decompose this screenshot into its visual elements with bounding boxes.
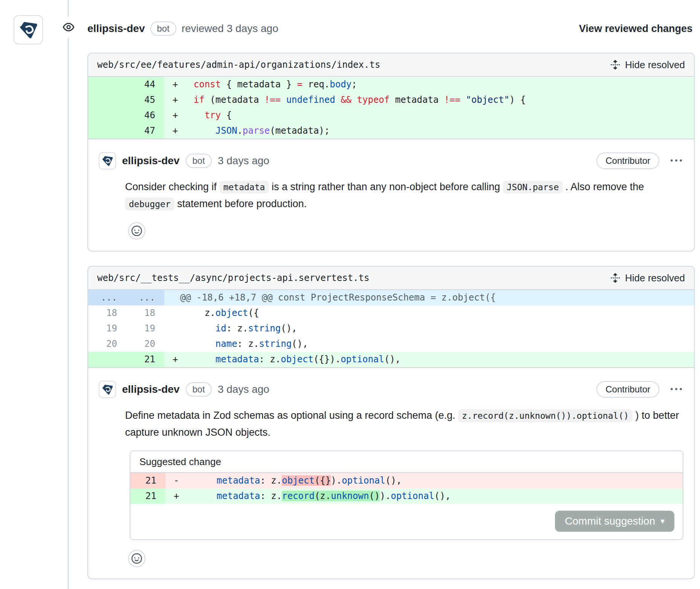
smiley-icon — [131, 553, 142, 564]
add-reaction-button[interactable] — [128, 550, 145, 567]
line-number[interactable] — [88, 123, 126, 139]
review-threads: web/src/ee/features/admin-api/organizati… — [87, 53, 695, 579]
line-number[interactable]: 21 — [126, 352, 164, 367]
ellipsis-logo-icon — [101, 383, 114, 396]
ellipsis-logo-icon — [18, 19, 39, 40]
review-action-text: reviewed 3 days ago — [182, 23, 278, 35]
inline-code: z.record(z.unknown()).optional() — [458, 409, 633, 422]
commit-suggestion-label: Commit suggestion — [565, 515, 655, 527]
diff-row-add: 45+if (metadata !== undefined && typeof … — [88, 92, 694, 108]
line-number[interactable]: ... — [126, 290, 164, 305]
code-line: @@ -18,6 +18,7 @@ const ProjectResponseS… — [164, 290, 694, 305]
code-line: +if (metadata !== undefined && typeof me… — [164, 92, 694, 108]
suggestion-diff: 21- metadata: z.object({}).optional(),21… — [130, 473, 683, 504]
code-line: id: z.string(), — [164, 321, 694, 336]
line-number[interactable]: 21 — [130, 488, 165, 504]
hide-resolved-label: Hide resolved — [625, 272, 685, 284]
diff-row-del: 21- metadata: z.object({}).optional(), — [130, 473, 683, 488]
diff-row-ctx: 1818 z.object({ — [88, 305, 694, 321]
comment-options-button[interactable] — [669, 384, 683, 395]
line-number[interactable]: 18 — [126, 305, 164, 321]
code-line: + JSON.parse(metadata); — [164, 123, 694, 139]
line-number[interactable] — [88, 352, 126, 367]
line-number[interactable]: 21 — [130, 473, 165, 488]
hide-resolved-button[interactable]: Hide resolved — [610, 59, 685, 71]
diff-row-ctx: 2020 name: z.string(), — [88, 336, 694, 352]
ellipsis-logo-icon — [101, 154, 114, 167]
unfold-icon — [610, 273, 621, 283]
diff-row-add: 44+const { metadata } = req.body; — [88, 77, 694, 92]
line-number[interactable]: ... — [88, 290, 126, 305]
comment-author-link[interactable]: ellipsis-dev — [122, 383, 180, 395]
file-header: web/src/ee/features/admin-api/organizati… — [88, 53, 694, 77]
comment-timestamp-link[interactable]: 3 days ago — [218, 383, 269, 395]
text-run: Consider checking if — [125, 181, 220, 192]
unfold-icon — [610, 60, 621, 70]
line-number[interactable] — [88, 108, 126, 123]
line-number[interactable]: 20 — [126, 336, 164, 352]
line-number[interactable]: 46 — [126, 108, 164, 123]
diff-table: 44+const { metadata } = req.body;45+if (… — [88, 77, 694, 139]
reviewer-name-link[interactable]: ellipsis-dev — [87, 23, 145, 35]
comment-author-link[interactable]: ellipsis-dev — [122, 155, 180, 167]
review-badge — [58, 17, 79, 38]
file-header: web/src/__tests__/async/projects-api.ser… — [88, 267, 694, 290]
chevron-down-icon: ▾ — [660, 516, 665, 526]
inline-code: JSON.parse — [503, 181, 562, 194]
line-number[interactable]: 44 — [126, 77, 164, 92]
diff-row-add: 46+ try { — [88, 108, 694, 123]
eye-icon — [63, 21, 74, 33]
comment-avatar[interactable] — [99, 152, 116, 169]
comment-avatar[interactable] — [99, 381, 116, 398]
diff-row-add: 21+ metadata: z.record(z.unknown()).opti… — [130, 488, 683, 504]
file-path-link[interactable]: web/src/__tests__/async/projects-api.ser… — [97, 273, 369, 283]
bot-badge: bot — [186, 382, 212, 397]
code-line: - metadata: z.object({}).optional(), — [165, 473, 683, 488]
code-line: +const { metadata } = req.body; — [164, 77, 694, 92]
diff-row-ctx: 1919 id: z.string(), — [88, 321, 694, 336]
contributor-badge: Contributor — [596, 381, 659, 398]
comment-timestamp-link[interactable]: 3 days ago — [218, 155, 269, 167]
diff-row-hunk: ......@@ -18,6 +18,7 @@ const ProjectRes… — [88, 290, 694, 305]
review-thread-card-2: web/src/__tests__/async/projects-api.ser… — [87, 266, 695, 579]
line-number[interactable]: 20 — [88, 336, 126, 352]
contributor-badge: Contributor — [596, 153, 659, 169]
line-number[interactable]: 47 — [126, 123, 164, 139]
text-run: Define metadata in Zod schemas as option… — [125, 410, 458, 421]
comment-header: ellipsis-dev bot 3 days ago Contributor — [99, 381, 683, 398]
review-header: ellipsis-dev bot reviewed 3 days ago Vie… — [87, 20, 692, 38]
code-line: z.object({ — [164, 305, 694, 321]
suggested-change-title: Suggested change — [130, 451, 683, 473]
suggestion-footer: Commit suggestion ▾ — [130, 504, 683, 539]
file-path-link[interactable]: web/src/ee/features/admin-api/organizati… — [97, 60, 380, 70]
code-line: + try { — [164, 108, 694, 123]
comment-header: ellipsis-dev bot 3 days ago Contributor — [99, 152, 683, 169]
add-reaction-button[interactable] — [128, 222, 145, 240]
timeline-line — [68, 0, 69, 589]
line-number[interactable] — [88, 92, 126, 108]
code-line: name: z.string(), — [164, 336, 694, 352]
inline-code: debugger — [125, 198, 174, 211]
comment-options-button[interactable] — [669, 155, 683, 166]
commit-suggestion-button[interactable]: Commit suggestion ▾ — [555, 511, 674, 532]
text-run: . Also remove the — [562, 181, 644, 192]
line-number[interactable]: 19 — [126, 321, 164, 336]
line-number[interactable]: 19 — [88, 321, 126, 336]
review-thread-card-1: web/src/ee/features/admin-api/organizati… — [87, 53, 695, 252]
diff-row-add: 47+ JSON.parse(metadata); — [88, 123, 694, 139]
kebab-horizontal-icon — [671, 155, 682, 166]
line-number[interactable]: 18 — [88, 305, 126, 321]
kebab-horizontal-icon — [671, 384, 682, 395]
code-line: + metadata: z.record(z.unknown()).option… — [165, 488, 683, 504]
diff-row-add: 21+ metadata: z.object({}).optional(), — [88, 352, 694, 367]
hide-resolved-button[interactable]: Hide resolved — [610, 272, 685, 284]
reviewer-avatar[interactable] — [14, 15, 43, 44]
comment-body: Define metadata in Zod schemas as option… — [125, 407, 685, 441]
hide-resolved-label: Hide resolved — [625, 59, 685, 71]
view-reviewed-changes-link[interactable]: View reviewed changes — [579, 23, 692, 35]
line-number[interactable]: 45 — [126, 92, 164, 108]
review-comment: ellipsis-dev bot 3 days ago Contributor … — [88, 368, 694, 578]
comment-body: Consider checking if metadata is a strin… — [125, 179, 685, 212]
line-number[interactable] — [88, 77, 126, 92]
inline-code: metadata — [220, 181, 269, 194]
